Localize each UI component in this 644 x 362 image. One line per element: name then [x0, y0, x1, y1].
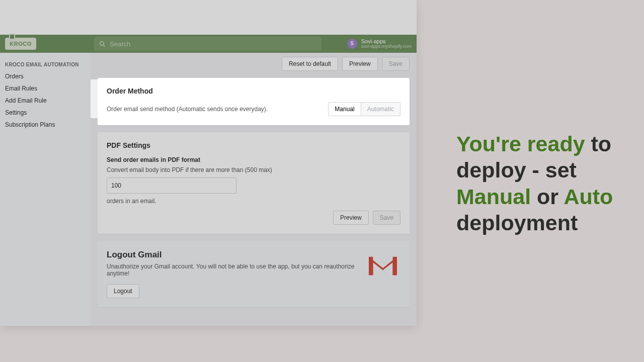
gmail-desc: Unauthorize your Gmail account. You will… [107, 263, 355, 277]
order-method-toggle: Manual Automatic [328, 102, 400, 116]
preview-button[interactable]: Preview [342, 57, 378, 71]
reset-button[interactable]: Reset to default [282, 57, 338, 71]
pdf-desc: Convert email body into PDF if there are… [107, 166, 400, 173]
sidebar-item-orders[interactable]: Orders [0, 70, 91, 82]
pdf-settings-card: PDF Settings Send order emails in PDF fo… [98, 132, 410, 234]
svg-point-0 [100, 41, 104, 45]
pdf-sub: Send order emails in PDF format [107, 156, 400, 163]
logo-text: KROCO [10, 41, 31, 47]
marketing-headline: You're ready to deploy - set Manual or A… [456, 131, 627, 236]
user-menu[interactable]: S Sovi-apps sovi-apps.myshopify.com [347, 38, 412, 49]
avatar: S [347, 39, 357, 49]
order-method-desc: Order email send method (Automatic sends… [107, 106, 268, 113]
logout-button[interactable]: Logout [107, 284, 139, 298]
automatic-toggle[interactable]: Automatic [361, 102, 400, 116]
sidebar-heading: KROCO EMAIL AUTOMATION [0, 59, 91, 70]
pdf-settings-title: PDF Settings [107, 141, 400, 149]
sidebar-item-add-rule[interactable]: Add Email Rule [0, 95, 91, 107]
pdf-suffix: orders in an email. [107, 198, 400, 205]
save-button[interactable]: Save [382, 57, 410, 71]
svg-line-1 [103, 45, 105, 46]
search-icon [99, 41, 106, 47]
order-method-card: Order Method Order email send method (Au… [98, 78, 410, 125]
logo: KROCO [5, 38, 36, 50]
app-window: KROCO S Sovi-apps sovi-apps.myshopify.co… [0, 0, 417, 326]
headline-highlight-3: Auto [564, 185, 613, 209]
sidebar-item-subscription[interactable]: Subscription Plans [0, 119, 91, 131]
user-subdomain: sovi-apps.myshopify.com [361, 44, 412, 49]
sidebar: KROCO EMAIL AUTOMATION Orders Email Rule… [0, 53, 91, 326]
sidebar-item-settings[interactable]: Settings [0, 107, 91, 119]
header-bar: KROCO S Sovi-apps sovi-apps.myshopify.co… [0, 35, 417, 53]
search-container[interactable] [94, 37, 321, 51]
pdf-threshold-input[interactable] [107, 177, 236, 194]
order-method-title: Order Method [107, 87, 400, 95]
gmail-logout-card: Logout Gmail Unauthorize your Gmail acco… [98, 241, 410, 307]
gmail-icon [365, 253, 400, 279]
gmail-title: Logout Gmail [107, 250, 355, 260]
search-input[interactable] [110, 40, 316, 48]
headline-highlight-1: You're ready [456, 132, 585, 156]
pdf-preview-button[interactable]: Preview [333, 211, 369, 225]
headline-highlight-2: Manual [456, 185, 531, 209]
main-content: Reset to default Preview Save Order Meth… [91, 53, 417, 326]
manual-toggle[interactable]: Manual [328, 102, 361, 116]
top-button-row: Reset to default Preview Save [98, 53, 410, 71]
sidebar-item-email-rules[interactable]: Email Rules [0, 82, 91, 95]
pdf-save-button[interactable]: Save [373, 211, 400, 225]
